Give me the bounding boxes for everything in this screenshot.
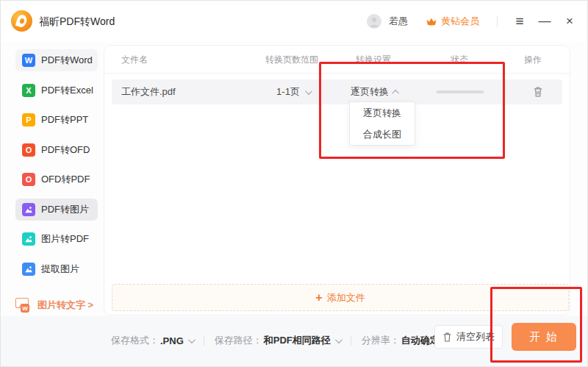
sidebar-item-pdf-to-image[interactable]: PDF转图片 xyxy=(15,199,98,221)
sidebar-item-extract-images[interactable]: 提取图片 xyxy=(15,258,98,280)
app-window: 福昕PDF转Word 若愚 黄钻会员 ≡ — × W xyxy=(0,0,588,367)
start-button[interactable]: 开 始 xyxy=(512,323,576,351)
sidebar-item-ofd-to-pdf[interactable]: O OFD转PDF xyxy=(15,168,98,190)
header-conversion-setting: 转换设置 xyxy=(356,46,391,74)
title-bar: 福昕PDF转Word 若愚 黄钻会员 ≡ — × xyxy=(1,1,587,42)
dropdown-option-long-image[interactable]: 合成长图 xyxy=(350,124,415,145)
titlebar-divider xyxy=(497,16,498,27)
ofd-to-pdf-icon: O xyxy=(22,173,35,186)
sidebar-item-image-to-text[interactable]: W 图片转文字 > xyxy=(15,293,102,318)
titlebar-right-controls: 若愚 黄钻会员 ≡ — × xyxy=(367,1,578,42)
membership-badge[interactable]: 黄钻会员 xyxy=(426,15,479,28)
footer-bar: 保存格式： .PNG 保存路径： 和PDF相同路径 分辨率： 自动确定 清空列表 xyxy=(1,316,587,366)
user-avatar[interactable] xyxy=(367,14,381,29)
membership-label: 黄钻会员 xyxy=(441,15,479,28)
save-format-select[interactable]: 保存格式： .PNG xyxy=(111,334,193,347)
dropdown-option-per-page[interactable]: 逐页转换 xyxy=(350,102,415,124)
sidebar-item-pdf-to-word[interactable]: W PDF转Word xyxy=(15,49,98,71)
excel-icon: X xyxy=(22,84,35,97)
image-to-pdf-icon xyxy=(22,232,35,246)
table-row: 工作文件.pdf 1-1页 逐页转换 xyxy=(112,79,562,104)
chevron-down-icon xyxy=(305,88,312,95)
word-icon: W xyxy=(22,54,35,67)
status-cell xyxy=(437,79,484,104)
chevron-up-icon xyxy=(392,89,399,96)
delete-file-button[interactable] xyxy=(533,79,543,104)
conversion-setting-dropdown: 逐页转换 合成长图 xyxy=(349,101,415,146)
sidebar-item-pdf-to-ppt[interactable]: P PDF转PPT xyxy=(15,109,98,131)
app-title: 福昕PDF转Word xyxy=(39,1,115,42)
table-header: 文件名 转换页数范围 转换设置 状态 操作 xyxy=(104,46,570,74)
chevron-down-icon xyxy=(335,336,343,343)
sidebar: W PDF转Word X PDF转Excel P PDF转PPT O PDF转O… xyxy=(1,42,104,316)
sidebar-item-image-to-pdf[interactable]: 图片转PDF xyxy=(15,228,98,250)
file-name: 工作文件.pdf xyxy=(121,79,176,104)
crown-icon xyxy=(426,17,437,26)
ppt-icon: P xyxy=(22,113,35,127)
sidebar-item-pdf-to-excel[interactable]: X PDF转Excel xyxy=(15,79,98,101)
conversion-setting-select[interactable]: 逐页转换 xyxy=(351,79,399,104)
logo-swirl-shape xyxy=(15,13,29,28)
extract-image-icon xyxy=(22,263,35,276)
ofd-icon: O xyxy=(22,143,35,157)
trash-icon xyxy=(533,86,543,98)
header-page-range: 转换页数范围 xyxy=(265,46,318,74)
add-file-button[interactable]: + 添加文件 xyxy=(112,284,569,311)
image-icon xyxy=(22,203,35,216)
username-text: 若愚 xyxy=(389,15,408,28)
trash-icon xyxy=(442,332,452,343)
app-logo-icon xyxy=(11,10,32,32)
header-status: 状态 xyxy=(451,46,468,74)
sidebar-item-pdf-to-ofd[interactable]: O PDF转OFD xyxy=(15,139,98,161)
progress-bar xyxy=(437,90,484,93)
options-divider xyxy=(351,335,351,346)
output-options: 保存格式： .PNG 保存路径： 和PDF相同路径 分辨率： 自动确定 xyxy=(111,334,449,347)
file-list-panel: 文件名 转换页数范围 转换设置 状态 操作 工作文件.pdf 1-1页 逐页转换 xyxy=(104,45,570,316)
options-divider xyxy=(204,335,204,346)
person-icon xyxy=(368,16,380,28)
header-action: 操作 xyxy=(524,46,542,74)
clear-list-button[interactable]: 清空列表 xyxy=(434,325,503,349)
close-icon[interactable]: × xyxy=(561,13,578,30)
chevron-down-icon xyxy=(188,336,196,343)
save-path-select[interactable]: 保存路径： 和PDF相同路径 xyxy=(215,334,340,347)
minimize-icon[interactable]: — xyxy=(536,13,553,30)
header-filename: 文件名 xyxy=(121,46,148,74)
ocr-icon: W xyxy=(15,298,32,313)
menu-icon[interactable]: ≡ xyxy=(511,13,528,30)
page-range-select[interactable]: 1-1页 xyxy=(276,79,310,104)
plus-icon: + xyxy=(315,291,322,304)
